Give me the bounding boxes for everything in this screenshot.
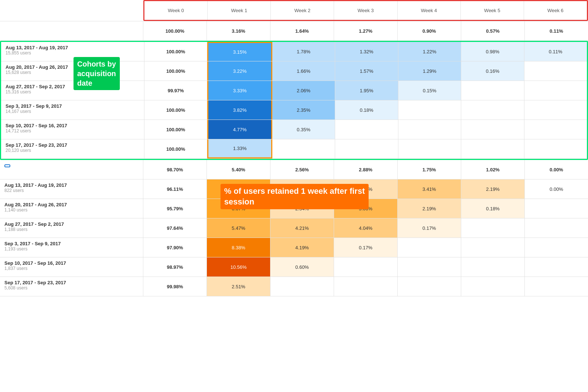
paid-traffic-label xyxy=(0,160,143,179)
paid-cohort-2-cell-3: 4.04% xyxy=(334,218,398,238)
paid-cohort-cells-5: 99.98%2.51% xyxy=(143,277,588,296)
paid-cohort-1-cell-0: 95.79% xyxy=(143,199,207,218)
cohort-1-cell-2: 1.66% xyxy=(272,61,335,81)
paid-cohort-cells-0: 96.11%7.42%2.19%2.19%3.41%2.19%0.00% xyxy=(143,179,588,199)
cohort-5-cell-0: 100.00% xyxy=(144,139,207,158)
cohort-1-cell-0: 100.00% xyxy=(144,61,207,81)
paid-traffic-cell-3: 2.88% xyxy=(334,160,398,179)
paid-cohort-0-cell-2: 2.19% xyxy=(270,179,334,199)
paid-cohort-cells-1: 95.79%6.67%2.54%5.00%2.19%0.18% xyxy=(143,199,588,218)
cohort-users-4: 14,712 users xyxy=(6,128,140,133)
paid-cohort-1-cell-3: 5.00% xyxy=(334,199,398,218)
paid-cohort-4-cell-6 xyxy=(525,257,588,277)
cohort-2-cell-6 xyxy=(524,81,587,100)
paid-cohort-2-cell-1: 5.47% xyxy=(207,218,270,238)
paid-cohort-5-cell-5 xyxy=(461,277,525,296)
paid-cohort-0-cell-3: 2.19% xyxy=(334,179,398,199)
paid-cohort-row-2: Aug 27, 2017 - Sep 2, 2017 1,188 users97… xyxy=(0,218,588,238)
cohort-name-0: Aug 13, 2017 - Aug 19, 2017 xyxy=(6,45,140,50)
paid-cohort-3-cell-1: 8.38% xyxy=(207,238,270,257)
week-header-3: Week 3 xyxy=(334,1,397,20)
cohort-3-cell-1: 3.82% xyxy=(207,100,272,120)
paid-cohort-name-3: Sep 3, 2017 - Sep 9, 2017 xyxy=(4,241,139,246)
paid-cohort-3-cell-5 xyxy=(461,238,525,257)
cohort-0-cell-2: 1.78% xyxy=(272,42,335,61)
cohort-cells-3: 100.00%3.82%2.35%0.18% xyxy=(144,100,587,120)
cohort-0-cell-0: 100.00% xyxy=(144,42,207,61)
cohort-label-2: Aug 27, 2017 - Sep 2, 2017 15,316 users xyxy=(1,81,144,100)
cohort-0-cell-5: 0.98% xyxy=(461,42,524,61)
cohort-5-cell-5 xyxy=(461,139,524,158)
cohort-cells-5: 100.00%1.33% xyxy=(144,139,587,158)
paid-cohort-row-4: Sep 10, 2017 - Sep 16, 2017 1,837 users9… xyxy=(0,257,588,277)
cohort-5-cell-2 xyxy=(272,139,335,158)
cohort-2-cell-2: 2.06% xyxy=(272,81,335,100)
paid-traffic-cells: 98.70%5.40%2.56%2.88%1.75%1.02%0.00% xyxy=(143,160,588,179)
week-header-2: Week 2 xyxy=(271,1,334,20)
paid-cohort-label-5: Sep 17, 2017 - Sep 23, 2017 5,608 users xyxy=(0,277,143,296)
cohort-users-5: 20,120 users xyxy=(6,148,140,153)
paid-cohort-label-0: Aug 13, 2017 - Aug 19, 2017 822 users xyxy=(0,179,143,199)
paid-traffic-cell-2: 2.56% xyxy=(270,160,334,179)
paid-cohort-4-cell-0: 98.97% xyxy=(143,257,207,277)
paid-cohort-cells-3: 97.90%8.38%4.19%0.17% xyxy=(143,238,588,257)
cohort-label-0: Aug 13, 2017 - Aug 19, 2017 15,855 users xyxy=(1,42,144,61)
cohort-1-cell-4: 1.29% xyxy=(398,61,461,81)
paid-cohort-5-cell-1: 2.51% xyxy=(207,277,270,296)
cohort-1-cell-1: 3.22% xyxy=(207,61,272,81)
cohort-5-cell-1: 1.33% xyxy=(207,139,272,158)
all-users-cell-3: 1.27% xyxy=(334,21,398,40)
paid-cohort-row-0: Aug 13, 2017 - Aug 19, 2017 822 users96.… xyxy=(0,179,588,199)
week-header-0: Week 0 xyxy=(144,1,208,20)
week-header-4: Week 4 xyxy=(398,1,461,20)
cohort-1-cell-3: 1.57% xyxy=(335,61,398,81)
week-header-1: Week 1 xyxy=(208,1,271,20)
all-users-cell-2: 1.64% xyxy=(270,21,334,40)
paid-traffic-cell-6: 0.00% xyxy=(525,160,588,179)
cohort-row-5: Sep 17, 2017 - Sep 23, 2017 20,120 users… xyxy=(1,139,587,159)
cohort-cells-1: 100.00%3.22%1.66%1.57%1.29%0.16% xyxy=(144,61,587,81)
cohort-3-cell-2: 2.35% xyxy=(272,100,335,120)
paid-cohort-users-2: 1,188 users xyxy=(4,227,139,232)
paid-cohort-label-2: Aug 27, 2017 - Sep 2, 2017 1,188 users xyxy=(0,218,143,238)
paid-cohort-3-cell-6 xyxy=(525,238,588,257)
cohort-5-cell-3 xyxy=(335,139,398,158)
cohort-row-4: Sep 10, 2017 - Sep 16, 2017 14,712 users… xyxy=(1,120,587,139)
paid-cohort-3-cell-2: 4.19% xyxy=(270,238,334,257)
cohort-0-cell-4: 1.22% xyxy=(398,42,461,61)
paid-cohort-3-cell-3: 0.17% xyxy=(334,238,398,257)
paid-cohort-4-cell-5 xyxy=(461,257,525,277)
cohort-name-1: Aug 20, 2017 - Aug 26, 2017 xyxy=(6,64,140,70)
cohort-0-cell-3: 1.32% xyxy=(335,42,398,61)
paid-cohort-3-cell-4 xyxy=(398,238,461,257)
paid-cohort-name-4: Sep 10, 2017 - Sep 16, 2017 xyxy=(4,260,139,266)
cohort-3-cell-3: 0.18% xyxy=(335,100,398,120)
paid-cohort-5-cell-3 xyxy=(334,277,398,296)
cohort-users-2: 15,316 users xyxy=(6,89,140,95)
paid-cohort-0-cell-1: 7.42% xyxy=(207,179,270,199)
paid-cohort-name-1: Aug 20, 2017 - Aug 26, 2017 xyxy=(4,202,139,207)
cohort-row-1: Aug 20, 2017 - Aug 26, 2017 15,628 users… xyxy=(1,61,587,81)
cohort-4-cell-0: 100.00% xyxy=(144,120,207,139)
paid-traffic-row: 98.70%5.40%2.56%2.88%1.75%1.02%0.00% xyxy=(0,160,588,179)
paid-cohort-users-5: 5,608 users xyxy=(4,285,139,291)
cohort-5-cell-6 xyxy=(524,139,587,158)
week-header-6: Week 6 xyxy=(524,1,587,20)
paid-cohort-label-4: Sep 10, 2017 - Sep 16, 2017 1,837 users xyxy=(0,257,143,277)
cohort-label-3: Sep 3, 2017 - Sep 9, 2017 14,167 users xyxy=(1,100,144,120)
cohort-3-cell-4 xyxy=(398,100,461,120)
cohort-label-5: Sep 17, 2017 - Sep 23, 2017 20,120 users xyxy=(1,139,144,158)
all-users-cells: 100.00%3.16%1.64%1.27%0.90%0.57%0.11% xyxy=(143,21,588,40)
cohort-0-cell-6: 0.11% xyxy=(524,42,587,61)
paid-traffic-cell-4: 1.75% xyxy=(398,160,461,179)
cohort-2-cell-4: 0.15% xyxy=(398,81,461,100)
cohort-2-cell-1: 3.33% xyxy=(207,81,272,100)
paid-cohort-5-cell-0: 99.98% xyxy=(143,277,207,296)
paid-cohort-4-cell-3 xyxy=(334,257,398,277)
cohort-label-1: Aug 20, 2017 - Aug 26, 2017 15,628 users xyxy=(1,61,144,81)
paid-traffic-cell-1: 5.40% xyxy=(207,160,270,179)
paid-cohort-2-cell-0: 97.64% xyxy=(143,218,207,238)
cohort-3-cell-6 xyxy=(524,100,587,120)
paid-cohort-users-1: 1,140 users xyxy=(4,207,139,213)
all-users-cell-6: 0.11% xyxy=(525,21,588,40)
